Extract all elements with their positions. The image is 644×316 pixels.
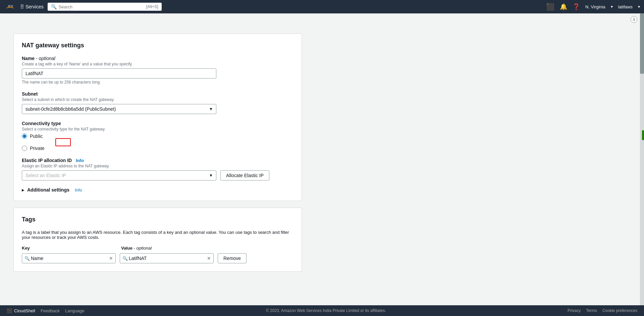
navbar: ⠿ Services 🔍 [Alt+S] ⬛ 🔔 ❓ N. Virginia ▾… [0,0,644,13]
radio-public[interactable]: Public [22,134,43,139]
name-char-limit: The name can be up to 256 characters lon… [22,80,293,85]
additional-settings-info-link[interactable]: Info [75,188,82,193]
elastic-ip-select[interactable]: Select an Elastic IP [22,170,216,180]
tag-value-wrapper: 🔍 ✕ [120,253,214,263]
footer-copyright: © 2023, Amazon Web Services India Privat… [266,308,386,313]
aws-logo[interactable] [4,1,16,13]
elastic-ip-description: Assign an Elastic IP address to the NAT … [22,164,293,168]
notifications-icon[interactable]: 🔔 [560,3,567,10]
account-dropdown-icon[interactable]: ▾ [638,4,640,9]
services-label[interactable]: Services [25,4,44,9]
tag-value-clear-button[interactable]: ✕ [207,256,211,261]
tag-value-col-label: Value - optional [121,246,152,251]
name-input[interactable] [22,68,216,78]
radio-public-label: Public [30,134,43,139]
page-info-icon[interactable]: ℹ [631,16,637,23]
cloudshell-icon: ⬛ [7,308,12,313]
cloudshell-label: CloudShell [14,308,35,313]
additional-settings-label: Additional settings [27,187,69,193]
search-icon: 🔍 [51,4,57,9]
subnet-label: Subnet [22,91,293,97]
green-scroll-indicator [642,130,644,140]
subnet-select-wrapper: subnet-0cfe2d8b8cbb6a5dd (PublicSubnet) … [22,104,216,114]
search-input[interactable] [59,4,144,9]
svg-rect-0 [5,1,15,12]
name-field-group: Name - optional Create a tag with a key … [22,56,293,85]
radio-private[interactable]: Private [22,146,45,151]
tags-description: A tag is a label that you assign to an A… [22,230,293,240]
footer-right: Privacy Terms Cookie preferences [568,308,637,313]
privacy-link[interactable]: Privacy [568,308,581,313]
search-bar[interactable]: 🔍 [Alt+S] [48,3,162,11]
tag-key-input[interactable] [22,253,116,263]
tag-key-clear-button[interactable]: ✕ [109,256,113,261]
tag-value-input[interactable] [120,253,214,263]
allocate-elastic-ip-button[interactable]: Allocate Elastic IP [220,170,269,180]
tag-key-col-label: Key [22,246,30,251]
tag-key-wrapper: 🔍 ✕ [22,253,116,263]
connectivity-field-group: Connectivity type Select a connectivity … [22,121,293,151]
name-label: Name - optional [22,56,293,61]
connectivity-label: Connectivity type [22,121,293,126]
radio-private-label: Private [30,146,45,151]
elastic-ip-info-link[interactable]: Info [76,158,84,163]
navbar-right: ⬛ 🔔 ❓ N. Virginia ▾ latifaws ▾ [546,3,640,11]
connectivity-radio-group: Public Private [22,134,45,151]
nat-gateway-settings-card: NAT gateway settings Name - optional Cre… [13,34,302,201]
elastic-ip-select-wrapper: Select an Elastic IP ▼ [22,170,216,180]
remove-tag-button[interactable]: Remove [218,253,247,263]
footer: ⬛ CloudShell Feedback Language © 2023, A… [0,305,644,316]
tag-key-search-icon: 🔍 [24,256,30,261]
page-scroll-area: NAT gateway settings Name - optional Cre… [0,13,644,305]
tag-value-search-icon: 🔍 [122,256,128,261]
additional-settings[interactable]: ▶ Additional settings Info [22,187,293,193]
subnet-select[interactable]: subnet-0cfe2d8b8cbb6a5dd (PublicSubnet) [22,104,216,114]
language-link[interactable]: Language [65,308,85,313]
subnet-description: Select a subnet in which to create the N… [22,97,293,102]
name-optional: - optional [36,56,55,61]
elastic-ip-field-group: Elastic IP allocation ID Info Assign an … [22,158,293,180]
elastic-ip-label: Elastic IP allocation ID Info [22,158,293,163]
red-highlight-rectangle [55,138,71,146]
additional-settings-triangle: ▶ [22,188,24,192]
connectivity-description: Select a connectivity type for the NAT g… [22,127,293,131]
right-scrollbar[interactable] [640,13,644,305]
cookie-preferences-link[interactable]: Cookie preferences [602,308,637,313]
region-selector[interactable]: N. Virginia [585,4,605,9]
tag-row: 🔍 ✕ 🔍 ✕ Remove [22,253,293,263]
tags-title: Tags [22,216,293,223]
subnet-field-group: Subnet Select a subnet in which to creat… [22,91,293,114]
cloudshell-button[interactable]: ⬛ CloudShell [7,308,35,313]
tags-card: Tags A tag is a label that you assign to… [13,208,302,272]
search-shortcut: [Alt+S] [146,4,158,9]
account-menu[interactable]: latifaws [618,4,633,9]
cloudshell-nav-icon[interactable]: ⬛ [546,3,554,11]
main-content: NAT gateway settings Name - optional Cre… [0,27,644,305]
footer-left: ⬛ CloudShell Feedback Language [7,308,85,313]
region-dropdown-icon[interactable]: ▾ [611,4,613,9]
radio-private-input[interactable] [22,146,27,151]
elastic-ip-placeholder: Select an Elastic IP [25,173,66,178]
radio-public-input[interactable] [22,134,27,139]
name-description: Create a tag with a key of 'Name' and a … [22,62,293,66]
feedback-link[interactable]: Feedback [41,308,60,313]
elastic-ip-row: Select an Elastic IP ▼ Allocate Elastic … [22,170,293,180]
connectivity-row: Public Private [22,134,293,151]
scrollbar-thumb[interactable] [640,13,644,74]
section-title: NAT gateway settings [22,42,293,49]
terms-link[interactable]: Terms [586,308,597,313]
help-icon[interactable]: ❓ [573,3,580,10]
tag-row-header: Key Value - optional [22,245,293,251]
services-menu-grid[interactable]: ⠿ Services [20,4,44,10]
